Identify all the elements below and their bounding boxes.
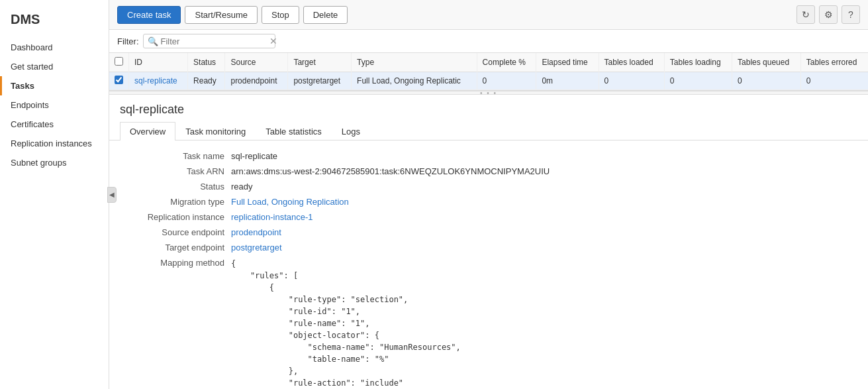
sidebar-item-label: Endpoints bbox=[11, 100, 49, 110]
header-elapsed-time: Elapsed time bbox=[536, 53, 599, 72]
field-target-endpoint: Target endpoint postgretarget bbox=[125, 243, 852, 252]
tab-task-monitoring[interactable]: Task monitoring bbox=[175, 122, 256, 140]
delete-button[interactable]: Delete bbox=[303, 6, 348, 24]
sidebar-item-certificates[interactable]: Certificates bbox=[0, 115, 109, 134]
sidebar-item-label: Replication instances bbox=[11, 139, 92, 148]
main-content: Create task Start/Resume Stop Delete ↻ ⚙… bbox=[109, 0, 868, 389]
row-tables-errored: 0 bbox=[800, 72, 868, 90]
stop-button[interactable]: Stop bbox=[262, 6, 299, 24]
table-header-row: ID Status Source Target Type Complete % … bbox=[109, 53, 868, 72]
help-icon[interactable]: ? bbox=[842, 5, 860, 24]
table-row[interactable]: sql-replicate Ready prodendpoint postgre… bbox=[109, 72, 868, 90]
header-tables-loaded: Tables loaded bbox=[599, 53, 664, 72]
filter-label: Filter: bbox=[117, 36, 139, 46]
field-status: Status ready bbox=[125, 182, 852, 192]
field-replication-instance: Replication instance replication-instanc… bbox=[125, 212, 852, 222]
header-source: Source bbox=[225, 53, 288, 72]
row-source: prodendpoint bbox=[225, 72, 288, 90]
sidebar-item-label: Dashboard bbox=[11, 42, 53, 52]
create-task-button[interactable]: Create task bbox=[117, 6, 181, 24]
tab-table-statistics[interactable]: Table statistics bbox=[256, 122, 332, 140]
field-migration-type: Migration type Full Load, Ongoing Replic… bbox=[125, 197, 852, 207]
select-all-checkbox[interactable] bbox=[115, 57, 123, 66]
tasks-table-wrap: ID Status Source Target Type Complete % … bbox=[109, 53, 868, 91]
toolbar: Create task Start/Resume Stop Delete ↻ ⚙… bbox=[109, 0, 868, 30]
sidebar-item-tasks[interactable]: Tasks bbox=[0, 76, 109, 95]
filter-input[interactable] bbox=[161, 36, 267, 46]
row-status: Ready bbox=[188, 72, 225, 90]
row-elapsed-time: 0m bbox=[536, 72, 599, 90]
field-mapping-method: Mapping method { "rules": [ { "rule-type… bbox=[125, 258, 852, 389]
sidebar-item-label: Get started bbox=[11, 62, 53, 72]
detail-tabs: Overview Task monitoring Table statistic… bbox=[109, 122, 868, 140]
header-checkbox-cell bbox=[109, 53, 129, 72]
header-id: ID bbox=[129, 53, 188, 72]
sidebar-item-endpoints[interactable]: Endpoints bbox=[0, 95, 109, 115]
mapping-json: { "rules": [ { "rule-type": "selection",… bbox=[231, 258, 461, 389]
header-complete-pct: Complete % bbox=[477, 53, 536, 72]
field-source-endpoint: Source endpoint prodendpoint bbox=[125, 227, 852, 237]
search-icon: 🔍 bbox=[148, 36, 158, 46]
row-id[interactable]: sql-replicate bbox=[129, 72, 188, 90]
header-type: Type bbox=[352, 53, 477, 72]
tab-overview[interactable]: Overview bbox=[120, 122, 175, 140]
row-tables-loaded: 0 bbox=[599, 72, 664, 90]
overview-content: Task name sql-replicate Task ARN arn:aws… bbox=[109, 140, 868, 389]
row-target: postgretarget bbox=[288, 72, 352, 90]
sidebar-item-subnet-groups[interactable]: Subnet groups bbox=[0, 153, 109, 172]
sidebar: DMS Dashboard Get started Tasks Endpoint… bbox=[0, 0, 109, 389]
header-tables-queued: Tables queued bbox=[732, 53, 801, 72]
sidebar-item-replication-instances[interactable]: Replication instances bbox=[0, 134, 109, 153]
detail-title: sql-replicate bbox=[109, 95, 868, 122]
field-task-name: Task name sql-replicate bbox=[125, 151, 852, 161]
header-tables-loading: Tables loading bbox=[664, 53, 732, 72]
sidebar-item-label: Subnet groups bbox=[11, 158, 67, 168]
gear-icon[interactable]: ⚙ bbox=[819, 5, 838, 24]
header-status: Status bbox=[188, 53, 225, 72]
sidebar-item-label: Tasks bbox=[11, 81, 34, 91]
app-logo: DMS bbox=[0, 7, 109, 38]
filter-bar: Filter: 🔍 ✕ bbox=[109, 30, 868, 53]
sidebar-item-dashboard[interactable]: Dashboard bbox=[0, 38, 109, 57]
detail-panel: sql-replicate Overview Task monitoring T… bbox=[109, 95, 868, 389]
row-type: Full Load, Ongoing Replicatic bbox=[352, 72, 477, 90]
sidebar-item-get-started[interactable]: Get started bbox=[0, 57, 109, 76]
header-target: Target bbox=[288, 53, 352, 72]
row-checkbox[interactable] bbox=[115, 76, 123, 84]
toolbar-right-icons: ↻ ⚙ ? bbox=[796, 5, 860, 24]
refresh-icon[interactable]: ↻ bbox=[796, 5, 815, 24]
row-tables-queued: 0 bbox=[732, 72, 801, 90]
filter-input-wrap: 🔍 ✕ bbox=[143, 34, 275, 48]
row-complete-pct: 0 bbox=[477, 72, 536, 90]
sidebar-item-label: Certificates bbox=[11, 119, 54, 129]
filter-clear-icon[interactable]: ✕ bbox=[269, 36, 277, 46]
field-task-arn: Task ARN arn:aws:dms:us-west-2:904672585… bbox=[125, 166, 852, 176]
sidebar-collapse-handle[interactable]: ◀ bbox=[107, 187, 117, 203]
header-tables-errored: Tables errored bbox=[800, 53, 868, 72]
start-resume-button[interactable]: Start/Resume bbox=[185, 6, 257, 24]
row-checkbox-cell bbox=[109, 72, 129, 90]
tab-logs[interactable]: Logs bbox=[332, 122, 370, 140]
row-tables-loading: 0 bbox=[664, 72, 732, 90]
tasks-table: ID Status Source Target Type Complete % … bbox=[109, 53, 868, 90]
